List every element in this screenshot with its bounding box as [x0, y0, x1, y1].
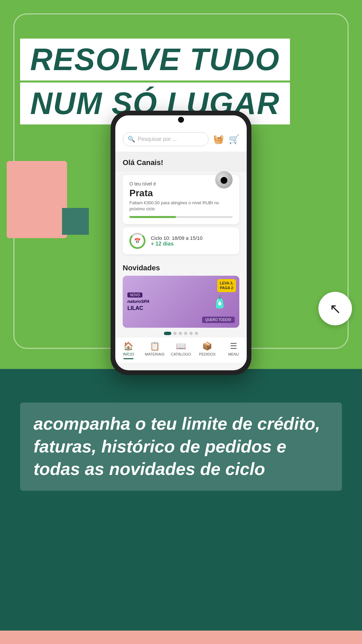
bottom-section: acompanha o teu limite de crédito, fatur… [0, 369, 362, 644]
phone-screen: 🔍 Pesquisar por ... 🧺 🛒 Olá Canais! [115, 115, 247, 370]
headline-text-line1: RESOLVE TUDO [30, 42, 280, 76]
search-placeholder: Pesquisar por ... [138, 136, 177, 142]
menu-icon: ☰ [230, 341, 237, 351]
orders-icon: 📦 [202, 341, 212, 351]
nav-label-inicio: INÍCIO [123, 352, 134, 356]
deco-teal-square [62, 208, 89, 235]
home-icon: 🏠 [123, 341, 133, 351]
cycle-days: + 12 dias [151, 241, 202, 247]
banner-subtitle: LILAC [127, 305, 204, 311]
banner-left: NOVO naturoSPA LILAC [127, 292, 204, 311]
bottom-description: acompanha o teu limite de crédito, fatur… [34, 413, 328, 481]
dot-4[interactable] [184, 332, 187, 335]
banner-promo: LEVA 3, PAGA 2 [217, 279, 236, 292]
cycle-info: Ciclo 10: 18/09 a 15/10 + 12 dias [151, 235, 202, 247]
nav-item-materiais[interactable]: 📋 MATERIAIS [141, 341, 168, 359]
top-section: RESOLVE TUDO NUM SÓ LUGAR 🔍 Pesquisar po… [0, 0, 362, 369]
dot-6[interactable] [195, 332, 198, 335]
materials-icon: 📋 [150, 341, 160, 351]
app-greeting-section: Olá Canais! [115, 152, 247, 172]
cycle-icon: 📅 [129, 233, 145, 249]
banner-content: NOVO naturoSPA LILAC 🧴 LEVA 3, PAGA 2 QU… [123, 276, 239, 328]
progress-bar [129, 216, 233, 218]
headline-line1: RESOLVE TUDO [20, 39, 290, 80]
cycle-dates: Ciclo 10: 18/09 a 15/10 [151, 235, 202, 241]
nav-label-catalogo: CATÁLOGO [171, 352, 191, 356]
cart-icon[interactable]: 🛒 [229, 134, 239, 145]
banner-novo-badge: NOVO [127, 292, 142, 298]
wishlist-icon[interactable]: 🧺 [213, 134, 224, 145]
progress-bar-fill [129, 216, 176, 218]
cursor-button[interactable]: ↖ [318, 292, 352, 325]
banner-cta-button[interactable]: QUERO TODOS! [202, 317, 235, 323]
level-description: Faltam €300.00 para atingires o nível RU… [129, 200, 233, 212]
nav-label-menu: MENU [228, 352, 239, 356]
bottom-text-block: acompanha o teu limite de crédito, fatur… [20, 402, 342, 491]
phone-outer: 🔍 Pesquisar por ... 🧺 🛒 Olá Canais! [111, 111, 251, 375]
greeting-text: Olá Canais! [123, 158, 163, 167]
level-card: ⬤ O teu nível é Prata Faltam €300.00 par… [123, 175, 239, 224]
banner-brand: naturoSPA [127, 299, 204, 304]
phone-notch [178, 117, 184, 123]
banner-dots [115, 328, 247, 337]
search-bar[interactable]: 🔍 Pesquisar por ... [123, 132, 208, 146]
product-banner[interactable]: NOVO naturoSPA LILAC 🧴 LEVA 3, PAGA 2 QU… [123, 276, 239, 328]
cursor-icon: ↖ [329, 301, 341, 317]
nav-item-pedidos[interactable]: 📦 PEDIDOS [194, 341, 220, 359]
level-badge: ⬤ [215, 171, 233, 189]
deco-pink-rectangle [7, 161, 67, 238]
dot-3[interactable] [179, 332, 182, 335]
phone-mockup: 🔍 Pesquisar por ... 🧺 🛒 Olá Canais! [111, 111, 251, 375]
header-icons: 🧺 🛒 [213, 134, 239, 145]
catalog-icon: 📖 [176, 341, 186, 351]
nav-item-inicio[interactable]: 🏠 INÍCIO [115, 341, 141, 359]
banner-product-image: 🧴 [204, 295, 235, 309]
bottom-pink-bar [0, 631, 362, 644]
dot-5[interactable] [189, 332, 193, 335]
cycle-card: 📅 Ciclo 10: 18/09 a 15/10 + 12 dias [123, 227, 239, 254]
banner-promo-line2: PAGA 2 [220, 286, 233, 290]
dot-1[interactable] [164, 332, 171, 335]
nav-item-menu[interactable]: ☰ MENU [221, 341, 247, 359]
nav-label-pedidos: PEDIDOS [199, 352, 216, 356]
novidades-title: Novidades [115, 258, 247, 276]
dot-2[interactable] [173, 332, 177, 335]
banner-promo-line1: LEVA 3, [220, 281, 233, 285]
level-name: Prata [129, 188, 233, 199]
bottom-nav: 🏠 INÍCIO 📋 MATERIAIS 📖 CATÁLOGO [115, 337, 247, 363]
nav-label-materiais: MATERIAIS [145, 352, 164, 356]
nav-active-indicator [123, 358, 133, 359]
nav-item-catalogo[interactable]: 📖 CATÁLOGO [168, 341, 194, 359]
search-icon: 🔍 [128, 136, 135, 143]
calendar-icon: 📅 [134, 238, 141, 244]
